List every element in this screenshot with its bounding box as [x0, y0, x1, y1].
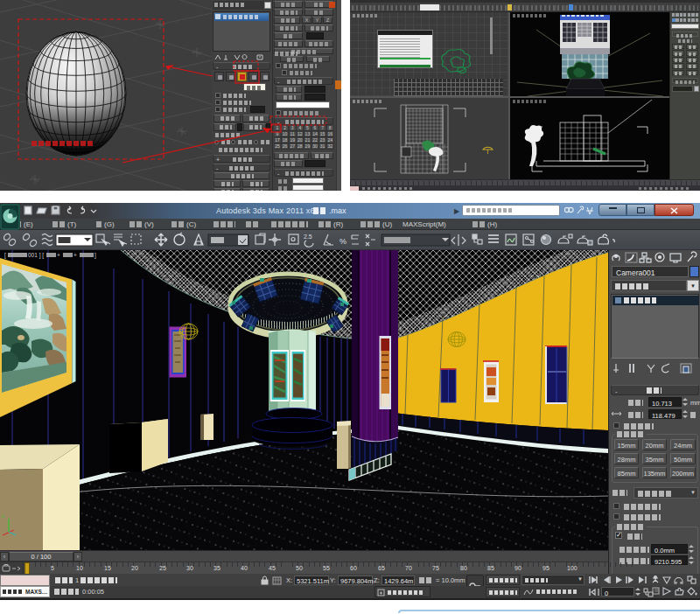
svg-text:z: z [2, 513, 4, 519]
svg-text:[: [ [4, 252, 6, 259]
svg-text:%: % [340, 237, 346, 246]
svg-text:]: ] [94, 252, 96, 259]
svg-text:2.5: 2.5 [304, 234, 312, 240]
svg-text:+: + [57, 252, 60, 258]
svg-text:+: + [74, 252, 77, 258]
svg-text:001 ] [: 001 ] [ [28, 252, 44, 259]
